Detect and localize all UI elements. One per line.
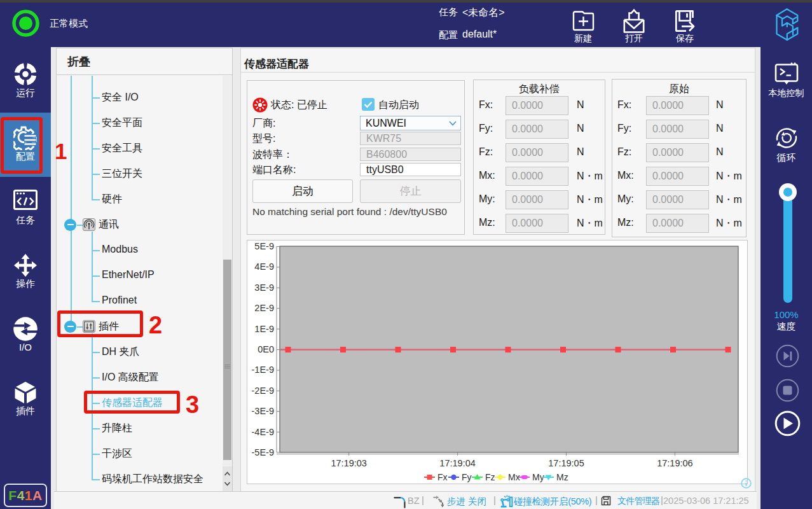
svg-text:17:19:06: 17:19:06	[657, 458, 692, 468]
svg-text:17:19:03: 17:19:03	[331, 458, 366, 468]
svg-text:Mx: Mx	[508, 472, 520, 482]
svg-text:-1E-9: -1E-9	[252, 365, 274, 375]
svg-text:17:19:04: 17:19:04	[439, 458, 475, 468]
svg-text:-5E-9: -5E-9	[252, 447, 274, 457]
svg-text:17:19:05: 17:19:05	[548, 458, 584, 468]
svg-text:1E-9: 1E-9	[254, 324, 274, 334]
svg-text:-4E-9: -4E-9	[252, 427, 274, 437]
svg-text:0E0: 0E0	[258, 344, 274, 354]
svg-text:Fx: Fx	[437, 472, 448, 482]
svg-text:-3E-9: -3E-9	[252, 406, 274, 416]
svg-text:2E-9: 2E-9	[254, 303, 274, 313]
svg-text:Fz: Fz	[485, 472, 495, 482]
svg-text:-2E-9: -2E-9	[252, 386, 274, 396]
svg-text:3E-9: 3E-9	[254, 282, 274, 293]
svg-text:Mz: Mz	[556, 472, 568, 482]
svg-text:Fy: Fy	[462, 472, 472, 482]
svg-text:5E-9: 5E-9	[254, 241, 274, 251]
svg-text:My: My	[532, 472, 544, 482]
svg-text:4E-9: 4E-9	[254, 261, 274, 272]
